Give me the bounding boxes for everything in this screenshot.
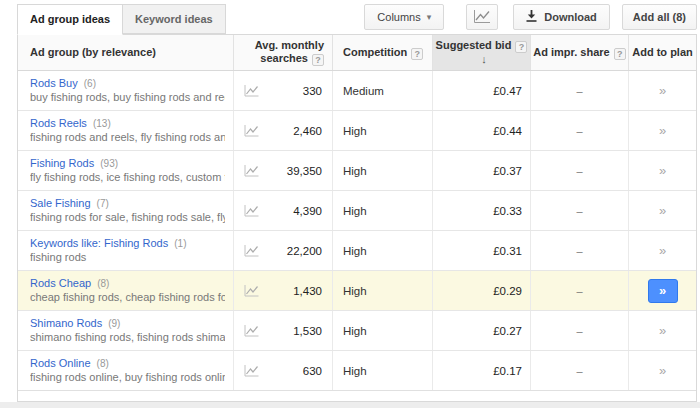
help-icon[interactable]: ? xyxy=(312,54,324,66)
column-header-label: Ad group (by relevance) xyxy=(30,46,156,58)
ad-group-link[interactable]: Fishing Rods xyxy=(30,157,94,169)
add-to-plan-cell: » xyxy=(628,311,696,350)
line-chart-icon[interactable] xyxy=(244,165,259,177)
download-button[interactable]: Download xyxy=(513,4,610,30)
column-header-add-to-plan: Add to plan xyxy=(628,35,696,70)
ad-group-count: (6) xyxy=(84,78,96,89)
ad-group-cell: Rods Cheap (8) cheap fishing rods, cheap… xyxy=(18,271,233,310)
suggested-bid-value: £0.17 xyxy=(432,351,530,390)
line-chart-icon[interactable] xyxy=(244,205,259,217)
line-chart-icon[interactable] xyxy=(244,245,259,257)
add-to-plan-button[interactable]: » xyxy=(659,323,666,338)
competition-value: High xyxy=(332,111,432,150)
tab-label: Keyword ideas xyxy=(135,13,213,25)
line-chart-icon[interactable] xyxy=(244,125,259,137)
ad-group-link[interactable]: Rods Reels xyxy=(30,117,87,129)
avg-monthly-searches-value: 630 xyxy=(303,365,322,377)
ad-group-ideas-table: Ad group (by relevance) Avg. monthly sea… xyxy=(17,34,697,402)
tab-keyword-ideas[interactable]: Keyword ideas xyxy=(123,4,226,34)
line-chart-icon[interactable] xyxy=(244,365,259,377)
competition-value: High xyxy=(332,191,432,230)
ad-group-link[interactable]: Rods Buy xyxy=(30,77,78,89)
add-to-plan-button[interactable]: » xyxy=(659,163,666,178)
help-icon[interactable]: ? xyxy=(515,41,527,53)
table-row: Fishing Rods (93) fly fishing rods, ice … xyxy=(18,151,696,191)
ad-group-count: (8) xyxy=(97,278,109,289)
ad-group-link[interactable]: Rods Cheap xyxy=(30,277,91,289)
avg-monthly-searches-value: 4,390 xyxy=(293,205,322,217)
add-to-plan-cell: » xyxy=(628,151,696,190)
add-to-plan-cell: » xyxy=(628,271,696,310)
column-header-avg-monthly-searches[interactable]: Avg. monthly searches? xyxy=(233,35,332,70)
add-all-button-label: Add all (8) xyxy=(633,11,686,23)
ad-group-cell: Fishing Rods (93) fly fishing rods, ice … xyxy=(18,151,233,190)
table-row: Rods Cheap (8) cheap fishing rods, cheap… xyxy=(18,271,696,311)
avg-monthly-searches-value: 22,200 xyxy=(287,245,322,257)
ad-group-cell: Shimano Rods (9) shimano fishing rods, f… xyxy=(18,311,233,350)
download-icon xyxy=(526,10,537,24)
tab-bar: Ad group ideas Keyword ideas xyxy=(17,4,226,35)
avg-monthly-searches-cell: 1,530 xyxy=(233,311,332,350)
competition-value: High xyxy=(332,311,432,350)
column-header-label: Add to plan xyxy=(632,46,693,58)
line-chart-icon[interactable] xyxy=(244,285,259,297)
table-row: Sale Fishing (7) fishing rods for sale, … xyxy=(18,191,696,231)
add-to-plan-button[interactable]: » xyxy=(659,83,666,98)
competition-value: Medium xyxy=(332,71,432,110)
table-row: Keywords like: Fishing Rods (1) fishing … xyxy=(18,231,696,271)
line-chart-icon[interactable] xyxy=(244,85,259,97)
ad-impr-share-value: – xyxy=(530,311,628,350)
help-icon[interactable]: ? xyxy=(614,48,626,60)
add-to-plan-cell: » xyxy=(628,111,696,150)
help-icon[interactable]: ? xyxy=(411,48,423,60)
columns-button-label: Columns xyxy=(377,11,420,23)
competition-value: High xyxy=(332,151,432,190)
ad-group-count: (9) xyxy=(108,318,120,329)
ad-group-link[interactable]: Shimano Rods xyxy=(30,317,102,329)
competition-value: High xyxy=(332,271,432,310)
ad-group-link[interactable]: Keywords like: Fishing Rods xyxy=(30,237,168,249)
top-bar: Ad group ideas Keyword ideas Columns ▾ xyxy=(0,0,700,34)
avg-monthly-searches-cell: 22,200 xyxy=(233,231,332,270)
ad-impr-share-value: – xyxy=(530,151,628,190)
column-header-label: Suggested bid xyxy=(436,39,512,51)
sort-desc-icon[interactable]: ↓ xyxy=(481,53,487,65)
line-chart-icon[interactable] xyxy=(244,325,259,337)
ad-group-cell: Sale Fishing (7) fishing rods for sale, … xyxy=(18,191,233,230)
line-chart-icon xyxy=(473,10,491,24)
column-header-competition[interactable]: Competition? xyxy=(332,35,432,70)
tab-label: Ad group ideas xyxy=(30,13,110,25)
ad-impr-share-value: – xyxy=(530,271,628,310)
table-footer xyxy=(18,391,696,401)
avg-monthly-searches-cell: 630 xyxy=(233,351,332,390)
column-header-ad-group[interactable]: Ad group (by relevance) xyxy=(18,35,233,70)
chart-view-button[interactable] xyxy=(466,4,498,30)
column-header-ad-impr-share[interactable]: Ad impr. share? xyxy=(530,35,628,70)
competition-value: High xyxy=(332,231,432,270)
avg-monthly-searches-value: 1,530 xyxy=(293,325,322,337)
ad-group-link[interactable]: Sale Fishing xyxy=(30,197,91,209)
add-to-plan-button[interactable]: » xyxy=(648,279,678,303)
column-header-label: Competition xyxy=(343,46,407,58)
table-row: Rods Online (8) fishing rods online, buy… xyxy=(18,351,696,391)
table-body: Rods Buy (6) buy fishing rods, buy fishi… xyxy=(18,71,696,391)
toolbar: Columns ▾ Download Add all (8) xyxy=(364,4,697,30)
ad-impr-share-value: – xyxy=(530,351,628,390)
table-row: Rods Buy (6) buy fishing rods, buy fishi… xyxy=(18,71,696,111)
add-to-plan-button[interactable]: » xyxy=(659,203,666,218)
add-to-plan-button[interactable]: » xyxy=(659,243,666,258)
avg-monthly-searches-cell: 39,350 xyxy=(233,151,332,190)
add-to-plan-button[interactable]: » xyxy=(659,123,666,138)
add-all-button[interactable]: Add all (8) xyxy=(622,4,697,30)
columns-button[interactable]: Columns ▾ xyxy=(364,4,444,30)
suggested-bid-value: £0.27 xyxy=(432,311,530,350)
ad-group-keywords: buy fishing rods, buy fishing rods and r… xyxy=(30,91,225,103)
ad-group-keywords: fishing rods online, buy fishing rods on… xyxy=(30,371,225,383)
column-header-suggested-bid[interactable]: Suggested bid?↓ xyxy=(432,35,530,70)
add-to-plan-button[interactable]: » xyxy=(659,363,666,378)
ad-group-link[interactable]: Rods Online xyxy=(30,357,91,369)
ad-group-cell: Rods Buy (6) buy fishing rods, buy fishi… xyxy=(18,71,233,110)
tab-ad-group-ideas[interactable]: Ad group ideas xyxy=(17,4,123,35)
page-bottom-strip xyxy=(0,402,700,408)
ad-group-cell: Keywords like: Fishing Rods (1) fishing … xyxy=(18,231,233,270)
